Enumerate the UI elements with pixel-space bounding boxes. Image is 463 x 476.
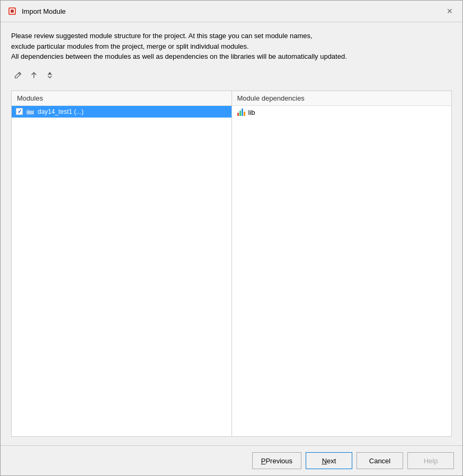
module-checkbox[interactable] — [16, 108, 23, 115]
dependency-item: lib — [232, 106, 452, 119]
dialog-footer: PPrevious Next Cancel Help — [1, 445, 462, 475]
dialog-content: Please review suggested module structure… — [1, 22, 462, 445]
help-button[interactable]: Help — [407, 452, 454, 469]
cancel-button[interactable]: Cancel — [357, 452, 403, 469]
move-up-button[interactable] — [27, 69, 41, 83]
dependencies-panel-header: Module dependencies — [232, 91, 452, 106]
description-text: Please review suggested module structure… — [11, 31, 452, 62]
split-button[interactable] — [43, 69, 57, 83]
dependency-icon — [237, 109, 245, 116]
modules-list: day14_test1 (...) — [12, 106, 232, 437]
svg-rect-2 — [11, 10, 14, 13]
next-button[interactable]: Next — [306, 452, 352, 469]
edit-button[interactable] — [11, 69, 25, 83]
split-icon — [46, 71, 54, 80]
next-label: Next — [322, 457, 336, 465]
help-label: Help — [424, 457, 438, 465]
edit-icon — [14, 71, 22, 80]
move-up-icon — [30, 71, 38, 80]
modules-toolbar — [11, 68, 452, 84]
dependency-name: lib — [248, 109, 255, 116]
modules-panel: Modules day14_test1 (...) — [12, 91, 232, 437]
dialog-title: Import Module — [22, 7, 439, 15]
previous-button[interactable]: PPrevious — [252, 452, 301, 469]
cancel-label: Cancel — [369, 457, 390, 465]
modules-panel-header: Modules — [12, 91, 232, 106]
close-button[interactable]: ✕ — [443, 5, 456, 17]
dependencies-list: lib — [232, 106, 452, 437]
panels-container: Modules day14_test1 (...) — [11, 91, 452, 437]
module-name: day14_test1 (...) — [38, 108, 84, 115]
folder-icon — [26, 108, 34, 115]
module-item[interactable]: day14_test1 (...) — [12, 106, 232, 118]
title-bar: Import Module ✕ — [1, 1, 462, 22]
dialog-icon — [7, 6, 17, 16]
import-module-dialog: Import Module ✕ Please review suggested … — [0, 0, 463, 476]
previous-label: PPrevious — [261, 457, 292, 465]
dependencies-panel: Module dependencies lib — [232, 91, 452, 437]
